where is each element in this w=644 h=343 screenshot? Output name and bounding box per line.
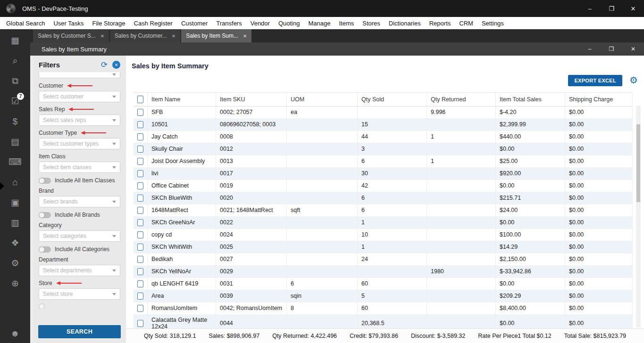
- sidebar-item-customers[interactable]: ▤: [0, 131, 30, 152]
- sidebar-item-tags[interactable]: ❖: [0, 233, 30, 253]
- export-excel-button[interactable]: EXPORT EXCEL: [568, 75, 622, 86]
- row-checkbox[interactable]: [137, 293, 143, 300]
- sidebar-item-settings[interactable]: ⚙: [0, 253, 30, 273]
- table-row[interactable]: Jay Catch 0008 44 1 $440.00 $0.00: [134, 131, 633, 143]
- column-header-qty-returned[interactable]: Qty Returned: [427, 93, 496, 106]
- menu-item[interactable]: Settings: [477, 20, 508, 27]
- filter-select[interactable]: Select store: [39, 288, 120, 300]
- filter-select[interactable]: Select sales reps: [39, 114, 120, 126]
- column-header-item-total-sales[interactable]: Item Total Sales: [496, 93, 565, 106]
- table-row[interactable]: Joist Door Assembly 0013 6 1 $25.00 $0.0…: [134, 155, 633, 168]
- tab[interactable]: Sales by Customer S... ✕: [33, 29, 109, 42]
- column-header-shipping-charge[interactable]: Shipping Charge: [565, 93, 633, 106]
- filter-select[interactable]: Select departments: [39, 265, 120, 276]
- table-row[interactable]: SKCh WhitWith 0025 1 $14.29 $0.00: [134, 241, 633, 253]
- search-button[interactable]: SEARCH: [38, 325, 121, 338]
- row-checkbox[interactable]: [137, 170, 143, 177]
- filter-select[interactable]: Select categories: [39, 230, 120, 242]
- filter-select-clipped[interactable]: [39, 72, 120, 78]
- row-checkbox[interactable]: [137, 268, 143, 275]
- table-row[interactable]: Skully Chair 0012 3 $0.00 $0.00: [134, 143, 633, 155]
- menu-item[interactable]: Transfers: [212, 20, 246, 27]
- table-row[interactable]: Calacatta Grey Matte 12x24 0044 20,368.5…: [134, 315, 633, 328]
- row-checkbox[interactable]: [137, 305, 143, 312]
- menu-item[interactable]: Reports: [425, 20, 455, 27]
- table-row[interactable]: SKCh BlueWith 0020 6 $215.71 $0.00: [134, 192, 633, 204]
- menu-item[interactable]: Quoting: [274, 20, 304, 27]
- menu-item[interactable]: Cash Register: [130, 20, 177, 27]
- table-row[interactable]: livi 0017 30 $920.00 $0.00: [134, 168, 633, 180]
- inner-close-button[interactable]: ✕: [622, 42, 644, 56]
- menu-item[interactable]: CRM: [455, 20, 477, 27]
- menu-item[interactable]: Stores: [358, 20, 385, 27]
- menu-item[interactable]: Customer: [177, 20, 212, 27]
- sidebar-item-file-storage[interactable]: ⧉: [0, 71, 30, 91]
- menu-item[interactable]: Items: [335, 20, 358, 27]
- sidebar-item-dashboard[interactable]: ▦: [0, 30, 30, 50]
- sidebar-item-web[interactable]: ⊕: [0, 273, 30, 294]
- tab[interactable]: Sales by Item Sum... ✕: [181, 29, 251, 42]
- filter-select[interactable]: Select item classes: [39, 162, 120, 173]
- sidebar-item-search[interactable]: ⌕: [0, 50, 30, 71]
- toggle-switch[interactable]: [39, 246, 51, 253]
- table-row[interactable]: copy cd 0024 10 $100.00 $0.00: [134, 229, 633, 241]
- sidebar-item-cash-register[interactable]: ⌨: [0, 152, 30, 172]
- sidebar-item-orders[interactable]: ▥: [0, 212, 30, 233]
- panel-expander-arrow-icon[interactable]: [0, 182, 4, 190]
- column-header-qty-sold[interactable]: Qty Sold: [358, 93, 427, 106]
- filter-select[interactable]: Select customer: [39, 91, 120, 102]
- scrollbar-thumb[interactable]: [636, 124, 640, 202]
- row-checkbox[interactable]: [137, 320, 143, 327]
- inner-minimize-button[interactable]: –: [579, 42, 601, 56]
- table-row[interactable]: Area 0039 sqin 5 $209.29 $0.00: [134, 290, 633, 302]
- row-checkbox[interactable]: [137, 207, 143, 214]
- maximize-button[interactable]: ❐: [601, 0, 622, 17]
- table-row[interactable]: SKCh YellNoAr 0029 1980 $-33,942.86 $0.0…: [134, 266, 633, 278]
- filter-select[interactable]: Select brands: [39, 196, 120, 207]
- row-checkbox[interactable]: [137, 244, 143, 251]
- refresh-icon[interactable]: ⟳: [101, 61, 108, 69]
- row-checkbox[interactable]: [137, 182, 143, 189]
- row-checkbox[interactable]: [137, 195, 143, 202]
- menu-item[interactable]: Global Search: [2, 20, 49, 27]
- close-button[interactable]: ✕: [622, 0, 644, 17]
- menu-item[interactable]: Vendor: [246, 20, 274, 27]
- sidebar-item-user-tasks[interactable]: ☑ 7: [0, 91, 30, 111]
- toggle-switch[interactable]: [39, 178, 51, 184]
- row-checkbox[interactable]: [137, 121, 143, 128]
- select-all-checkbox[interactable]: [137, 96, 143, 103]
- row-checkbox[interactable]: [137, 146, 143, 153]
- table-row[interactable]: Office Cabinet 0019 42 $0.00 $0.00: [134, 180, 633, 192]
- row-checkbox[interactable]: [137, 280, 143, 287]
- tab-close-icon[interactable]: ✕: [243, 33, 247, 39]
- table-row[interactable]: Bedikah 0027 24 $2,150.00 $0.00: [134, 253, 633, 266]
- sidebar-item-sales[interactable]: $: [0, 111, 30, 131]
- row-checkbox[interactable]: [137, 133, 143, 140]
- table-row[interactable]: SKCh GreeNoAr 0022 1 $0.00 $0.00: [134, 217, 633, 229]
- menu-item[interactable]: File Storage: [88, 20, 129, 27]
- tab[interactable]: Sales by Customer... ✕: [110, 29, 180, 42]
- table-row[interactable]: 1648MattRect 0021; 1648MattRect sqft 6 $…: [134, 204, 633, 217]
- tab-close-icon[interactable]: ✕: [172, 33, 176, 39]
- sidebar-item-stores[interactable]: ⌂: [0, 172, 30, 192]
- filter-select[interactable]: Select customer types: [39, 138, 120, 149]
- column-header-uom[interactable]: UOM: [287, 93, 358, 106]
- vertical-scrollbar[interactable]: [636, 106, 641, 327]
- row-checkbox[interactable]: [137, 256, 143, 263]
- table-row[interactable]: 10501 080696027058; 0003 15 $2,399.99 $0…: [134, 119, 633, 131]
- gear-icon[interactable]: ⚙: [629, 75, 638, 85]
- table-row[interactable]: SFB 0002; 27057 ea 9.996 $-4.20 $0.00: [134, 106, 633, 119]
- row-checkbox[interactable]: [137, 231, 143, 238]
- row-checkbox[interactable]: [137, 158, 143, 165]
- toggle-switch[interactable]: [39, 212, 51, 218]
- tab-close-icon[interactable]: ✕: [100, 33, 104, 39]
- menu-item[interactable]: Dictionaries: [385, 20, 425, 27]
- clear-filters-icon[interactable]: ✕: [112, 61, 120, 69]
- menu-item[interactable]: Manage: [304, 20, 335, 27]
- table-row[interactable]: RomansUomItem 0042; RomansUomItem 8 60 $…: [134, 302, 633, 315]
- menu-item[interactable]: User Tasks: [49, 20, 88, 27]
- minimize-button[interactable]: –: [579, 0, 601, 17]
- table-row[interactable]: qb LENGHT 6419 0031 6 60 $0.00 $0.00: [134, 278, 633, 290]
- column-header-item-name[interactable]: Item Name: [148, 93, 216, 106]
- inner-maximize-button[interactable]: ❐: [601, 42, 622, 56]
